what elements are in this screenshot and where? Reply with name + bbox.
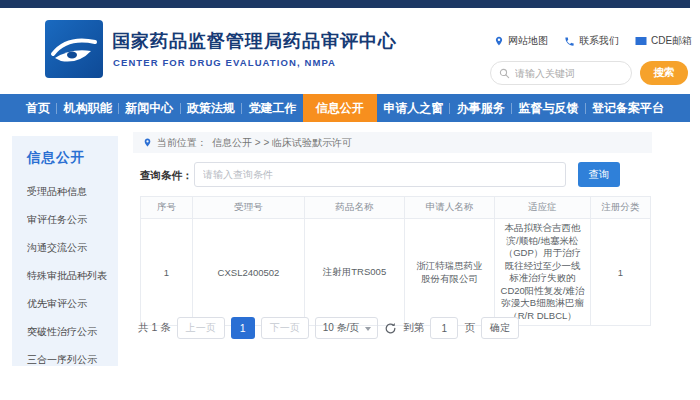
site-subtitle: CENTER FOR DRUG EVALUATION, NMPA (113, 57, 336, 68)
top-strip (0, 0, 690, 8)
jump-prefix-label: 到第 (403, 321, 424, 335)
col-header-seq: 序号 (141, 197, 193, 219)
quick-link-label: CDE邮箱 (651, 34, 692, 48)
page-size-value: 10 条/页 (323, 321, 360, 335)
col-header-acceptance-no: 受理号 (193, 197, 305, 219)
nav-item-functions[interactable]: 机构职能 (58, 94, 118, 122)
cell-indication: 本品拟联合吉西他滨/顺铂/地塞米松（GDP）用于治疗既往经过至少一线标准治疗失败… (495, 219, 591, 326)
sidebar-item-communication[interactable]: 沟通交流公示 (12, 241, 118, 255)
cell-reg-class: 1 (591, 219, 651, 326)
cde-mail-link[interactable]: CDE邮箱 (635, 34, 692, 48)
query-button[interactable]: 查询 (578, 162, 620, 187)
sitemap-link[interactable]: 网站地图 (494, 34, 548, 48)
confirm-button[interactable]: 确定 (481, 317, 519, 339)
breadcrumb-path: 信息公开 > > 临床试验默示许可 (212, 136, 352, 150)
header-quick-links: 网站地图 联系我们 CDE邮箱 (494, 34, 692, 48)
results-table: 序号 受理号 药品名称 申请人名称 适应症 注册分类 1 CXSL2400502… (140, 196, 651, 326)
nav-item-supervision[interactable]: 监督与反馈 (512, 94, 584, 122)
sidebar-item-three-in-one[interactable]: 三合一序列公示 (12, 353, 118, 367)
quick-link-label: 联系我们 (579, 34, 619, 48)
refresh-icon (384, 322, 397, 335)
nav-item-info-disclosure[interactable]: 信息公开 (303, 94, 377, 122)
header-search (490, 61, 632, 85)
jump-page-input[interactable] (430, 317, 458, 339)
nav-item-news[interactable]: 新闻中心 (119, 94, 179, 122)
col-header-applicant: 申请人名称 (405, 197, 495, 219)
nav-item-party[interactable]: 党建工作 (243, 94, 303, 122)
phone-icon (564, 36, 575, 47)
query-condition-label: 查询条件： (140, 169, 193, 183)
prev-page-button[interactable]: 上一页 (177, 317, 225, 339)
sidebar-item-priority-review[interactable]: 优先审评公示 (12, 297, 118, 311)
sidebar-item-special-approval[interactable]: 特殊审批品种列表 (12, 269, 118, 283)
sidebar-item-review-tasks[interactable]: 审评任务公示 (12, 213, 118, 227)
pagination: 共 1 条 上一页 1 下一页 10 条/页 到第 页 确定 (138, 317, 519, 339)
cell-seq: 1 (141, 219, 193, 326)
cell-applicant: 浙江特瑞思药业股份有限公司 (405, 219, 495, 326)
sidebar-item-breakthrough-therapy[interactable]: 突破性治疗公示 (12, 325, 118, 339)
nav-item-registration-platform[interactable]: 登记备案平台 (586, 94, 670, 122)
nav-item-applicant-window[interactable]: 申请人之窗 (377, 94, 449, 122)
nav-item-policy[interactable]: 政策法规 (181, 94, 241, 122)
sidebar: 信息公开 受理品种信息 审评任务公示 沟通交流公示 特殊审批品种列表 优先审评公… (12, 136, 118, 366)
jump-suffix-label: 页 (464, 321, 475, 335)
location-pin-icon (494, 35, 504, 47)
nav-item-services[interactable]: 办事服务 (451, 94, 511, 122)
table-header-row: 序号 受理号 药品名称 申请人名称 适应症 注册分类 (141, 197, 651, 219)
page-size-select[interactable]: 10 条/页 (315, 317, 379, 339)
chevron-down-icon (365, 327, 371, 331)
col-header-drug-name: 药品名称 (305, 197, 405, 219)
cell-acceptance-no: CXSL2400502 (193, 219, 305, 326)
pagination-total: 共 1 条 (138, 321, 171, 335)
mail-icon (635, 36, 647, 46)
nav-item-home[interactable]: 首页 (20, 94, 56, 122)
breadcrumb: 当前位置： 信息公开 > > 临床试验默示许可 (133, 132, 652, 153)
search-icon (499, 68, 510, 79)
cde-logo (45, 20, 103, 78)
page: 国家药品监督管理局药品审评中心 CENTER FOR DRUG EVALUATI… (0, 0, 700, 400)
col-header-reg-class: 注册分类 (591, 197, 651, 219)
refresh-button[interactable] (384, 322, 397, 335)
sidebar-title: 信息公开 (12, 136, 118, 171)
cde-emblem-icon (45, 20, 103, 78)
search-button[interactable]: 搜索 (640, 61, 688, 85)
contact-link[interactable]: 联系我们 (564, 34, 619, 48)
main-nav: 首页 机构职能 新闻中心 政策法规 党建工作 信息公开 申请人之窗 办事服务 监… (0, 94, 690, 122)
sidebar-item-accepted-varieties[interactable]: 受理品种信息 (12, 185, 118, 199)
search-input[interactable] (515, 68, 615, 79)
cell-drug-name: 注射用TRS005 (305, 219, 405, 326)
col-header-indication: 适应症 (495, 197, 591, 219)
breadcrumb-prefix: 当前位置： (157, 136, 207, 150)
breadcrumb-pin-icon (143, 137, 152, 148)
next-page-button[interactable]: 下一页 (261, 317, 309, 339)
quick-link-label: 网站地图 (508, 34, 548, 48)
site-title: 国家药品监督管理局药品审评中心 (112, 29, 397, 53)
query-condition-input[interactable] (194, 162, 566, 187)
page-number-1[interactable]: 1 (231, 317, 255, 339)
table-row: 1 CXSL2400502 注射用TRS005 浙江特瑞思药业股份有限公司 本品… (141, 219, 651, 326)
